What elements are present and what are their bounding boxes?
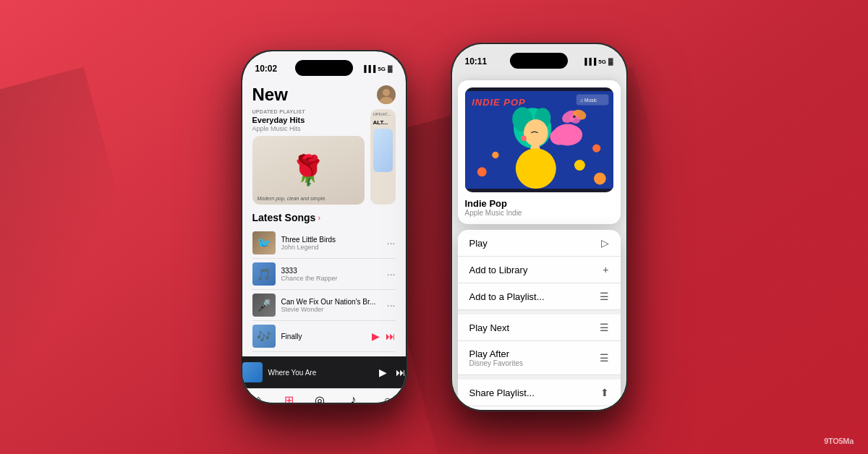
- phone2-time: 10:11: [465, 56, 488, 67]
- svg-point-3: [477, 167, 486, 176]
- song-title-4: Finally: [281, 333, 366, 340]
- add-icon: +: [603, 264, 608, 275]
- phone1-screen: 10:02 ▐▐▐ 5G ▓ New: [242, 51, 406, 403]
- share-icon: ⬆: [600, 387, 609, 398]
- play-next-icon: ☰: [600, 322, 609, 333]
- phone2-network-icon: 5G: [598, 59, 606, 65]
- phone1: 10:02 ▐▐▐ 5G ▓ New: [241, 50, 407, 404]
- rose-decoration: 🌹: [252, 136, 365, 205]
- menu-add-playlist-label: Add to a Playlist...: [469, 291, 545, 302]
- song-info-4: Finally: [281, 333, 366, 340]
- skip-button[interactable]: ⏭: [396, 367, 406, 378]
- playlist-card-1[interactable]: UPDATED PLAYLIST Everyday Hits Apple Mus…: [252, 109, 365, 205]
- more-button-1[interactable]: ···: [387, 237, 396, 249]
- menu-item-add-playlist[interactable]: Add to a Playlist... ☰: [458, 283, 621, 310]
- battery-icon: ▓: [388, 65, 393, 72]
- see-all-arrow[interactable]: ›: [318, 213, 320, 222]
- context-menu: Play ▷ Add to Library + Add to a Playlis…: [458, 230, 621, 410]
- menu-item-play[interactable]: Play ▷: [458, 230, 621, 257]
- svg-point-20: [550, 129, 569, 145]
- playlist-title-1: Everyday Hits: [252, 116, 365, 124]
- svg-point-14: [515, 148, 556, 189]
- phone2-screen: 10:11 ▐▐▐ 5G ▓: [452, 44, 626, 410]
- tab-search[interactable]: ⌕ Search: [380, 393, 396, 403]
- svg-point-7: [593, 173, 605, 185]
- svg-point-4: [492, 152, 498, 158]
- song-thumb-3: 🎤: [252, 294, 276, 317]
- song-item-1[interactable]: 🐦 Three Little Birds John Legend ···: [252, 228, 396, 259]
- phones-container: 10:02 ▐▐▐ 5G ▓ New: [241, 43, 628, 411]
- svg-point-1: [380, 97, 393, 104]
- album-title: Indie Pop: [465, 198, 613, 209]
- menu-add-library-label: Add to Library: [469, 265, 528, 275]
- phone2-status-bar: 10:11 ▐▐▐ 5G ▓: [452, 44, 626, 74]
- playlist-image-1: 🌹 Modern pop, clean and simple.: [252, 136, 365, 205]
- phone2-battery-icon: ▓: [608, 58, 613, 65]
- playlist-label-1: UPDATED PLAYLIST: [252, 109, 365, 114]
- avatar[interactable]: [377, 85, 396, 104]
- context-menu-container: INDIE POP ♫ Music Indie Pop Apple Music …: [458, 80, 621, 410]
- page-title: New: [252, 85, 288, 105]
- play-button-mini[interactable]: ▶: [372, 330, 380, 342]
- tab-radio[interactable]: ◎ Radio: [313, 393, 326, 403]
- playlist-add-icon: ☰: [600, 291, 609, 302]
- skip-forward-icon[interactable]: ⏭: [386, 330, 396, 342]
- latest-songs-header: Latest Songs ›: [252, 212, 396, 223]
- menu-play-next-label: Play Next: [469, 322, 510, 333]
- card-caption: Modern pop, clean and simple.: [258, 196, 327, 201]
- search-icon: ⌕: [384, 393, 391, 403]
- menu-play-after-info: Play After Disney Favorites: [469, 348, 523, 367]
- svg-point-5: [574, 160, 584, 171]
- phone2-status-icons: ▐▐▐ 5G ▓: [582, 58, 613, 65]
- svg-point-11: [524, 119, 548, 146]
- menu-item-play-next[interactable]: Play Next ☰: [458, 314, 621, 341]
- new-icon: ⊞: [284, 393, 294, 403]
- song-title-1: Three Little Birds: [281, 236, 381, 244]
- song-info-2: 3333 Chance the Rapper: [281, 267, 381, 282]
- phone2: 10:11 ▐▐▐ 5G ▓: [451, 43, 628, 411]
- play-after-icon: ☰: [600, 352, 609, 364]
- menu-item-play-after[interactable]: Play After Disney Favorites ☰: [458, 341, 621, 375]
- now-playing-thumb: [242, 362, 263, 382]
- radio-icon: ◎: [315, 393, 325, 403]
- play-pause-button[interactable]: ▶: [379, 367, 387, 378]
- tab-home[interactable]: ⌂ Home: [252, 393, 265, 403]
- song-item-3[interactable]: 🎤 Can We Fix Our Nation's Br... Stevie W…: [252, 290, 396, 321]
- tab-bar: ⌂ Home ⊞ New ◎ Radio ♪ Library ⌕ Searc: [242, 388, 406, 403]
- svg-point-6: [592, 145, 600, 153]
- song-artist-3: Stevie Wonder: [281, 306, 381, 313]
- playlist-sub-1: Apple Music Hits: [252, 125, 365, 132]
- svg-point-12: [521, 135, 526, 140]
- menu-item-favorite[interactable]: Favorite ☆: [458, 406, 621, 410]
- menu-share-label: Share Playlist...: [469, 387, 535, 398]
- now-playing-bar[interactable]: Where You Are ▶ ⏭: [242, 356, 406, 388]
- more-button-3[interactable]: ···: [387, 299, 396, 311]
- menu-play-after-label: Play After: [469, 348, 523, 359]
- signal-icon: ▐▐▐: [362, 65, 375, 72]
- album-art: INDIE POP ♫ Music: [465, 87, 613, 192]
- menu-item-add-library[interactable]: Add to Library +: [458, 257, 621, 283]
- song-thumb-4: 🎶: [252, 325, 276, 348]
- song-thumb-1: 🐦: [252, 231, 276, 254]
- svg-point-0: [383, 89, 390, 96]
- tab-library[interactable]: ♪ Library: [345, 393, 360, 403]
- watermark: 9TO5Ma: [824, 437, 854, 445]
- menu-item-share[interactable]: Share Playlist... ⬆: [458, 380, 621, 406]
- menu-play-label: Play: [469, 238, 488, 249]
- play-icon: ▷: [601, 237, 609, 249]
- song-title-2: 3333: [281, 267, 381, 275]
- playlist-card-2[interactable]: UPDAT... ALT...: [370, 109, 396, 205]
- song-info-3: Can We Fix Our Nation's Br... Stevie Won…: [281, 298, 381, 313]
- tab-new[interactable]: ⊞ New: [284, 393, 294, 403]
- indie-pop-art-svg: INDIE POP ♫ Music: [465, 87, 613, 192]
- song-item-2[interactable]: 🎵 3333 Chance the Rapper ···: [252, 259, 396, 290]
- song-artist-2: Chance the Rapper: [281, 275, 381, 282]
- more-button-2[interactable]: ···: [387, 268, 396, 280]
- latest-songs-title: Latest Songs: [252, 212, 316, 223]
- phone1-status-icons: ▐▐▐ 5G ▓: [362, 65, 392, 72]
- now-playing-title: Where You Are: [268, 369, 373, 377]
- song-item-4[interactable]: 🎶 Finally ▶ ⏭: [252, 321, 396, 352]
- album-card: INDIE POP ♫ Music Indie Pop Apple Music …: [458, 80, 621, 224]
- playlist-title-2: ALT...: [370, 119, 396, 126]
- dynamic-island-1: [295, 60, 353, 76]
